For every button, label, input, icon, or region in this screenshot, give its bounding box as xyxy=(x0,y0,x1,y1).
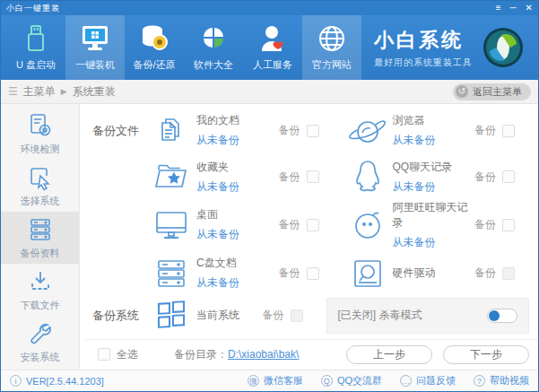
footer-link-label: 问题反馈 xyxy=(416,374,456,388)
backup-checkbox-my-documents[interactable] xyxy=(307,125,319,137)
item-status-link[interactable]: 从未备份 xyxy=(393,179,475,195)
software-clover-icon xyxy=(200,23,227,54)
backup-item-favorites: 收藏夹 从未备份 备份 xyxy=(146,159,343,195)
backup-checkbox-label: 备份 xyxy=(279,266,300,281)
globe-icon xyxy=(317,23,346,54)
backup-item-desktop: 桌面 从未备份 备份 xyxy=(146,207,343,243)
sidebar-item-label: 备份资料 xyxy=(21,247,60,260)
backup-item-qq-history: QQ聊天记录 从未备份 备份 xyxy=(343,158,539,196)
select-all-checkbox[interactable] xyxy=(98,348,110,361)
aliwangwang-icon xyxy=(343,207,393,243)
toggle-knob xyxy=(489,310,500,321)
wechat-icon: 微 xyxy=(248,375,259,387)
backup-checkbox-current-system[interactable] xyxy=(291,309,303,322)
back-button-label: 返回主菜单 xyxy=(473,85,522,99)
close-icon[interactable]: ✕ xyxy=(526,4,533,13)
desktop-monitor-icon xyxy=(146,207,196,243)
backup-row: 备份文件 我的文档 从未备份 备份 xyxy=(85,108,538,153)
item-status-link[interactable]: 从未备份 xyxy=(196,275,279,291)
item-name: QQ聊天记录 xyxy=(393,160,475,175)
item-name: 当前系统 xyxy=(196,308,263,323)
menu-icon[interactable]: ≡ xyxy=(496,4,501,13)
item-status-link[interactable]: 从未备份 xyxy=(196,227,279,242)
backup-checkbox-label: 备份 xyxy=(474,170,496,185)
back-arrow-icon: ↺ xyxy=(456,85,468,98)
item-name: 阿里旺旺聊天记录 xyxy=(393,200,475,231)
back-to-main-menu-button[interactable]: ↺ 返回主菜单 xyxy=(453,83,531,100)
backup-checkbox-hardware-drivers[interactable] xyxy=(502,267,515,280)
backup-dir-link[interactable]: D:\xiaobai\bak\ xyxy=(228,348,299,361)
next-step-button[interactable]: 下一步 xyxy=(443,345,529,364)
select-system-icon xyxy=(27,164,54,191)
nav-label: 一键装机 xyxy=(75,58,115,72)
backup-checkbox-label: 备份 xyxy=(474,266,496,281)
backup-checkbox-qq-history[interactable] xyxy=(502,170,515,183)
backup-checkbox-aliwangwang-history[interactable] xyxy=(502,219,515,231)
browser-planet-icon xyxy=(343,113,393,149)
wechat-support-link[interactable]: 微 微信客服 xyxy=(248,374,303,388)
backup-row: 收藏夹 从未备份 备份 QQ聊天记录 从未备份 xyxy=(85,153,538,199)
nav-item-software-collection[interactable]: 软件大全 xyxy=(184,15,243,80)
item-name: 收藏夹 xyxy=(196,160,279,175)
antivirus-mode-box: [已关闭] 杀毒模式 xyxy=(326,298,530,334)
question-icon: ? xyxy=(474,375,485,387)
backup-item-aliwangwang-history: 阿里旺旺聊天记录 从未备份 备份 xyxy=(343,200,539,250)
minimize-icon[interactable]: ─ xyxy=(510,4,517,13)
prev-step-button[interactable]: 上一步 xyxy=(346,345,432,364)
sidebar-item-label: 下载文件 xyxy=(21,299,60,312)
breadcrumb-root[interactable]: 主菜单 xyxy=(23,84,56,100)
database-backup-icon xyxy=(139,23,170,54)
item-status-link[interactable]: 从未备份 xyxy=(393,235,475,250)
backup-checkbox-label: 备份 xyxy=(474,217,496,232)
brand-area: 小白系统 最好用的系统重装工具 xyxy=(374,15,538,80)
nav-item-official-website[interactable]: 官方网站 xyxy=(302,15,361,80)
sidebar-item-install-system[interactable]: 安装系统 xyxy=(1,316,79,368)
app-window: 小白一键重装 ≡ ─ ✕ U 盘启动 一键装机 备份/还原 xyxy=(0,0,539,392)
sidebar-item-label: 选择系统 xyxy=(21,195,60,208)
version-text: VER[2.5.44.1203] xyxy=(26,376,104,387)
backup-checkbox-label: 备份 xyxy=(279,217,300,232)
feedback-link[interactable]: … 问题反馈 xyxy=(400,374,456,388)
nav-item-usb-boot[interactable]: U 盘启动 xyxy=(6,15,65,80)
sidebar-item-label: 环境检测 xyxy=(21,143,60,156)
qq-group-link[interactable]: Q QQ交流群 xyxy=(321,374,382,388)
sidebar-item-select-system[interactable]: 选择系统 xyxy=(1,160,79,212)
backup-checkbox-desktop[interactable] xyxy=(307,219,319,231)
nav-item-support[interactable]: 人工服务 xyxy=(243,15,302,80)
usb-drive-icon xyxy=(24,23,48,54)
folder-star-icon xyxy=(146,159,196,195)
backup-row: C盘文档 从未备份 备份 硬件驱动 备份 xyxy=(85,250,538,296)
sidebar-item-download-files[interactable]: 下载文件 xyxy=(1,264,79,316)
top-nav: U 盘启动 一键装机 备份/还原 软件大全 人工服务 xyxy=(1,15,538,80)
backup-item-hardware-drivers: 硬件驱动 备份 xyxy=(343,256,539,292)
backup-checkbox-favorites[interactable] xyxy=(307,170,319,183)
chevron-right-icon: ▶ xyxy=(61,87,67,96)
backup-data-icon xyxy=(27,216,54,243)
help-video-link[interactable]: ? 帮助视频 xyxy=(474,374,529,388)
sidebar-item-env-check[interactable]: 环境检测 xyxy=(1,108,79,160)
env-check-icon xyxy=(27,112,54,139)
nav-item-backup-restore[interactable]: 备份/还原 xyxy=(125,15,184,80)
sidebar-item-label: 安装系统 xyxy=(21,351,60,364)
antivirus-mode-toggle[interactable] xyxy=(487,309,517,323)
feedback-bubble-icon: … xyxy=(400,375,412,387)
status-bar: i VER[2.5.44.1203] 微 微信客服 Q QQ交流群 … 问题反馈… xyxy=(1,370,538,391)
nav-label: 备份/还原 xyxy=(133,58,175,72)
support-person-icon xyxy=(259,23,286,54)
backup-dir-label: 备份目录： xyxy=(174,347,228,362)
backup-checkbox-c-drive-docs[interactable] xyxy=(307,267,319,280)
version-info: i VER[2.5.44.1203] xyxy=(10,375,104,387)
backup-checkbox-browser[interactable] xyxy=(502,125,515,137)
bottom-action-bar: 全选 备份目录： D:\xiaobai\bak\ 上一步 下一步 xyxy=(85,339,538,370)
documents-icon xyxy=(146,113,196,149)
item-status-link[interactable]: 从未备份 xyxy=(196,133,279,148)
backup-checkbox-label: 备份 xyxy=(279,123,300,138)
item-status-link[interactable]: 从未备份 xyxy=(196,179,279,195)
nav-label: 软件大全 xyxy=(194,58,233,72)
item-status-link[interactable]: 从未备份 xyxy=(393,133,475,148)
section-label-backup-system: 备份系统 xyxy=(85,308,146,324)
sidebar-item-backup-data[interactable]: 备份资料 xyxy=(1,212,79,264)
nav-item-one-click-install[interactable]: 一键装机 xyxy=(65,15,125,80)
footer-link-label: QQ交流群 xyxy=(337,374,382,388)
brand-title: 小白系统 xyxy=(374,27,473,54)
